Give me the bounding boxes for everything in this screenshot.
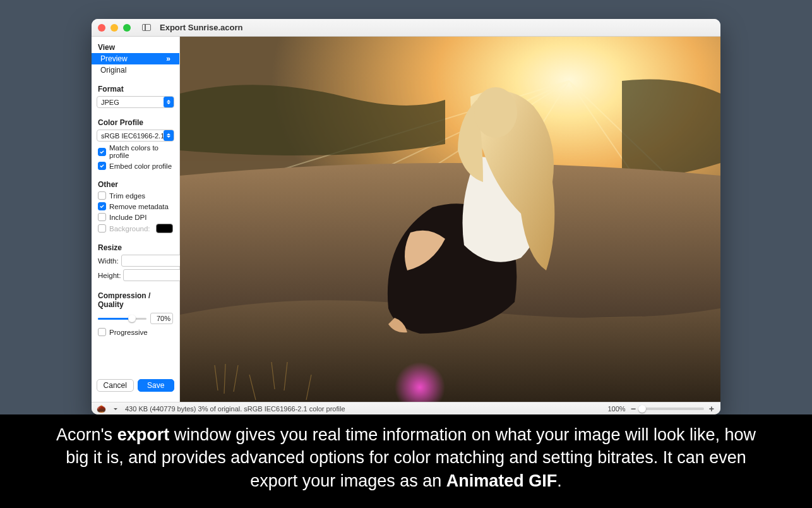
other-section-label: Other <box>92 178 179 190</box>
include-dpi-checkbox[interactable]: Include DPI <box>92 212 179 222</box>
slider-thumb-icon[interactable] <box>638 405 646 413</box>
checkbox-checked-icon <box>98 148 106 156</box>
format-section-label: Format <box>92 82 179 95</box>
cancel-button[interactable]: Cancel <box>97 379 134 392</box>
svg-point-8 <box>474 87 517 138</box>
toggle-sidebar-icon[interactable] <box>142 24 151 31</box>
zoom-slider[interactable] <box>641 408 704 410</box>
marketing-caption: Acorn's export window gives you real tim… <box>0 414 812 508</box>
preview-canvas[interactable] <box>180 37 720 402</box>
embed-profile-checkbox[interactable]: Embed color profile <box>92 160 179 171</box>
status-info: 430 KB (440779 bytes) 3% of original. sR… <box>125 405 345 413</box>
quality-value[interactable]: 70% <box>150 313 173 324</box>
checkbox-unchecked-icon <box>98 224 106 233</box>
chevron-updown-icon <box>164 130 174 141</box>
slider-thumb-icon[interactable] <box>128 315 136 322</box>
checkbox-checked-icon <box>98 162 106 170</box>
status-dropdown-icon[interactable] <box>112 408 119 410</box>
checkbox-unchecked-icon <box>98 328 106 336</box>
background-color-swatch[interactable] <box>156 224 173 233</box>
preview-image <box>180 37 720 402</box>
match-colors-checkbox[interactable]: Match colors to profile <box>92 143 179 160</box>
checkbox-checked-icon <box>98 202 106 210</box>
minimize-window-button[interactable] <box>110 24 118 32</box>
color-profile-select[interactable]: sRGB IEC61966-2.1 <box>97 130 174 142</box>
zoom-level: 100% <box>607 405 625 413</box>
resize-section-label: Resize <box>92 241 179 253</box>
color-profile-section-label: Color Profile <box>92 116 179 128</box>
chevron-updown-icon <box>164 97 174 107</box>
trim-edges-checkbox[interactable]: Trim edges <box>92 190 179 201</box>
sidebar: View Preview Original Format JPEG Color … <box>92 37 180 402</box>
traffic-lights <box>98 24 131 32</box>
statusbar: 🌰 430 KB (440779 bytes) 3% of original. … <box>92 402 720 414</box>
format-select[interactable]: JPEG <box>97 96 174 108</box>
checkbox-unchecked-icon <box>98 191 106 200</box>
background-checkbox: Background: <box>92 222 179 234</box>
zoom-out-button[interactable]: − <box>630 404 637 414</box>
remove-metadata-checkbox[interactable]: Remove metadata <box>92 201 179 212</box>
close-window-button[interactable] <box>98 24 105 32</box>
window-title: Export Sunrise.acorn <box>160 23 242 32</box>
export-window: Export Sunrise.acorn View Preview Origin… <box>92 19 720 414</box>
save-button[interactable]: Save <box>138 379 175 392</box>
view-original-item[interactable]: Original <box>92 64 179 76</box>
zoom-in-button[interactable]: + <box>708 404 715 414</box>
app-icon: 🌰 <box>97 404 106 413</box>
progressive-checkbox[interactable]: Progressive <box>92 327 179 337</box>
quality-slider[interactable] <box>98 315 146 322</box>
titlebar: Export Sunrise.acorn <box>92 19 720 37</box>
width-label: Width: <box>98 257 119 265</box>
height-label: Height: <box>98 272 121 279</box>
checkbox-unchecked-icon <box>98 213 106 221</box>
view-section-label: View <box>92 40 179 53</box>
view-preview-item[interactable]: Preview <box>92 53 179 64</box>
compression-section-label: Compression / Quality <box>92 289 179 310</box>
zoom-window-button[interactable] <box>123 24 131 32</box>
